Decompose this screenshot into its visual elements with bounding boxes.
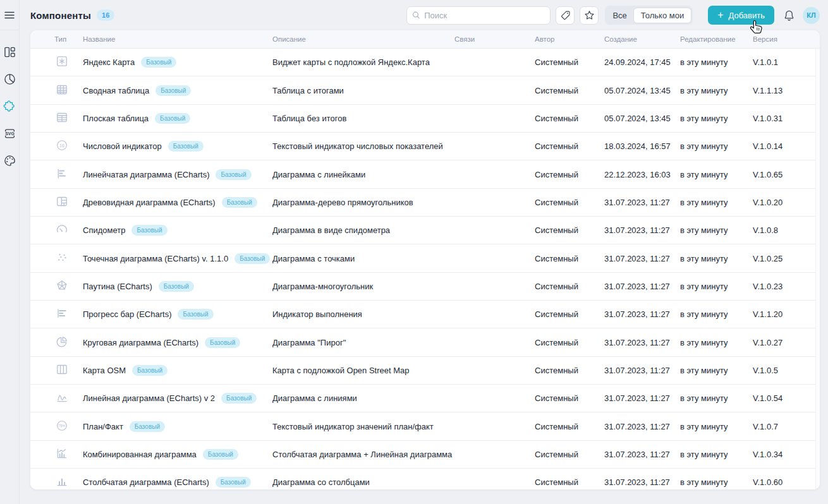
scatter-icon — [56, 251, 68, 266]
component-name-cell: Линейчатая диаграмма (ECharts)Базовый — [83, 169, 272, 180]
table-row[interactable]: Плоская таблицаБазовыйТаблица без итогов… — [30, 105, 820, 133]
pivot-table-icon — [56, 83, 68, 98]
component-badge: Базовый — [216, 169, 251, 180]
svg-library-icon[interactable]: SVG — [3, 126, 16, 140]
component-version: V.1.0.25 — [753, 254, 820, 263]
component-type-cell — [30, 447, 83, 462]
favorites-filter-button[interactable] — [580, 6, 599, 25]
component-version: V.1.0.60 — [753, 477, 820, 487]
component-name: Точечная диаграмма (ECharts) v. 1.1.0 — [83, 254, 228, 263]
column-chart-icon — [56, 475, 68, 489]
puzzle-icon[interactable] — [3, 99, 16, 113]
component-version: V.1.0.1 — [753, 57, 820, 67]
pie-chart-icon[interactable] — [3, 72, 16, 86]
hamburger-icon — [4, 9, 15, 21]
table-row[interactable]: Паутина (ECharts)БазовыйДиаграмма-многоу… — [30, 273, 820, 301]
component-version: V.1.0.14 — [753, 141, 820, 151]
component-edited: в эту минуту — [680, 86, 753, 95]
table-row[interactable]: СпидометрБазовыйДиаграмма в виде спидоме… — [30, 217, 820, 244]
component-version: V.1.0.5 — [753, 366, 820, 375]
component-name: Круговая диаграмма (ECharts) — [83, 338, 198, 347]
palette-icon[interactable] — [3, 153, 16, 167]
component-author: Системный — [535, 366, 604, 375]
component-name: Столбчатая диаграмма (ECharts) — [83, 477, 209, 487]
component-created: 05.07.2024, 13:45 — [604, 86, 680, 95]
component-name-cell: Прогресс бар (ECharts)Базовый — [83, 309, 272, 320]
component-edited: в эту минуту — [680, 57, 753, 67]
column-header-7: Версия — [753, 35, 820, 43]
component-version: V.1.0.54 — [753, 393, 820, 403]
component-badge: Базовый — [130, 421, 165, 432]
component-badge: Базовый — [178, 309, 213, 320]
gauge-icon — [56, 223, 68, 237]
bell-icon — [783, 9, 795, 21]
treemap-icon — [56, 195, 68, 210]
component-badge: Базовый — [155, 113, 190, 124]
component-badge: Базовый — [132, 365, 167, 376]
component-type-cell — [30, 251, 83, 266]
component-version: V.1.1.13 — [753, 86, 820, 95]
vertical-scrollbar[interactable] — [815, 49, 820, 489]
component-created: 31.07.2023, 11:27 — [604, 393, 680, 403]
table-row[interactable]: Прогресс бар (ECharts)БазовыйИндикатор в… — [30, 301, 820, 328]
column-header-6: Редактирование — [680, 35, 753, 43]
sidebar-nav: SVG — [3, 45, 16, 167]
component-badge: Базовый — [159, 281, 194, 292]
progress-bar-icon — [56, 307, 68, 321]
table-row[interactable]: Столбчатая диаграмма (ECharts)БазовыйДиа… — [30, 469, 820, 489]
count-badge: 16 — [97, 9, 114, 21]
table-row[interactable]: Карта OSMБазовыйКарта с подложкой Open S… — [30, 357, 820, 385]
table-row[interactable]: 75%План/ФактБазовыйТекстовый индикатор з… — [30, 412, 820, 440]
table-row[interactable]: Линейная диаграмма (ECharts) v 2БазовыйД… — [30, 385, 820, 412]
table-row[interactable]: Точечная диаграмма (ECharts) v. 1.1.0Баз… — [30, 244, 820, 272]
component-author: Системный — [535, 254, 604, 263]
column-header-0: Тип — [30, 35, 83, 43]
column-header-2: Описание — [272, 35, 454, 43]
component-type-cell — [30, 391, 83, 405]
component-name: Карта OSM — [83, 366, 126, 375]
filter-mine-button[interactable]: Только мои — [633, 8, 691, 23]
component-name: Спидометр — [83, 225, 125, 235]
radar-icon — [56, 279, 68, 294]
table-row[interactable]: Древовидная диаграмма (ECharts)БазовыйДи… — [30, 189, 820, 217]
component-name: Комбинированная диаграмма — [83, 450, 197, 459]
table-row[interactable]: 16Числовой индикаторБазовыйТекстовый инд… — [30, 133, 820, 160]
dashboards-icon[interactable] — [3, 45, 16, 59]
component-author: Системный — [535, 170, 604, 179]
search-input[interactable] — [424, 11, 545, 20]
user-avatar[interactable]: КЛ — [803, 7, 820, 24]
component-author: Системный — [535, 282, 604, 291]
component-name: Древовидная диаграмма (ECharts) — [83, 198, 216, 207]
table-row[interactable]: Круговая диаграмма (ECharts)БазовыйДиагр… — [30, 328, 820, 356]
search-box[interactable] — [406, 6, 551, 25]
component-name: План/Факт — [83, 422, 123, 431]
component-badge: Базовый — [234, 253, 270, 264]
menu-toggle-button[interactable] — [4, 8, 15, 22]
component-type-cell — [30, 307, 83, 321]
component-name-cell: Паутина (ECharts)Базовый — [83, 281, 272, 292]
tags-filter-button[interactable] — [556, 6, 575, 25]
topbar: Компоненты 16 — [20, 0, 828, 30]
table-row[interactable]: Комбинированная диаграммаБазовыйСтолбчат… — [30, 441, 820, 469]
component-description: Индикатор выполнения — [272, 309, 454, 319]
table-row[interactable]: Сводная таблицаБазовыйТаблица с итогамиС… — [30, 76, 820, 104]
component-edited: в эту минуту — [680, 282, 753, 291]
component-edited: в эту минуту — [680, 450, 753, 459]
add-button[interactable]: + Добавить — [708, 6, 774, 25]
component-name: Линейчатая диаграмма (ECharts) — [83, 170, 209, 179]
component-type-cell — [30, 55, 83, 69]
component-description: Диаграмма со столбцами — [272, 477, 454, 487]
column-header-3: Связи — [454, 35, 535, 43]
component-type-cell — [30, 475, 83, 489]
component-name: Паутина (ECharts) — [83, 282, 152, 291]
component-badge: Базовый — [141, 57, 176, 68]
table-row[interactable]: Линейчатая диаграмма (ECharts)БазовыйДиа… — [30, 160, 820, 188]
component-name-cell: Яндекс КартаБазовый — [83, 57, 272, 68]
component-description: Диаграмма в виде спидометра — [272, 225, 454, 235]
table-row[interactable]: Яндекс КартаБазовыйВиджет карты с подлож… — [30, 49, 820, 76]
component-description: Диаграмма с линейками — [272, 170, 454, 179]
notifications-button[interactable] — [783, 9, 795, 21]
bar-horizontal-icon — [56, 167, 68, 182]
component-edited: в эту минуту — [680, 225, 753, 235]
filter-all-button[interactable]: Все — [606, 8, 633, 23]
